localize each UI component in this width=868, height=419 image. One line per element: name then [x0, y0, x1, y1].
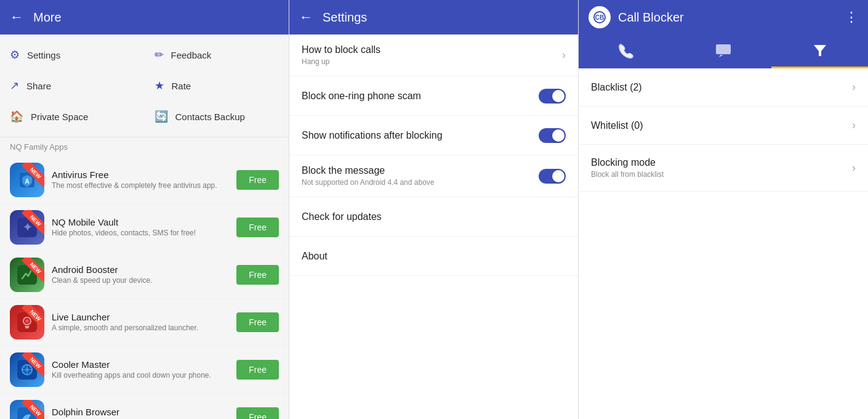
cb-item-content: Blacklist (2): [591, 82, 642, 93]
menu-contacts-backup[interactable]: 🔄 Contacts Backup: [145, 101, 289, 132]
app-desc: Clean & speed up your device.: [52, 276, 229, 286]
call-blocker-logo: CB: [589, 6, 611, 28]
settings-item-about[interactable]: About: [289, 237, 578, 276]
settings-item-content: Block one-ring phone scam: [302, 91, 539, 102]
three-dots-menu[interactable]: ⋮: [845, 9, 858, 25]
install-button[interactable]: Free: [236, 407, 279, 419]
left-title: More: [33, 10, 279, 25]
app-name: Live Launcher: [52, 312, 229, 322]
chevron-icon: ›: [852, 119, 856, 132]
menu-rate[interactable]: ★ Rate: [145, 70, 289, 101]
install-button[interactable]: Free: [236, 170, 279, 190]
app-name: Cooler Master: [52, 359, 229, 370]
svg-text:A: A: [25, 178, 29, 185]
tab-bar: [579, 35, 868, 68]
settings-item-one-ring[interactable]: Block one-ring phone scam: [289, 76, 578, 116]
settings-item-block-calls[interactable]: How to block calls Hang up ›: [289, 35, 578, 76]
settings-item-content: How to block calls Hang up: [302, 44, 562, 66]
settings-item-title: About: [302, 251, 566, 262]
list-item[interactable]: Cooler Master Kill overheating apps and …: [0, 346, 289, 394]
app-desc: The most effective & completely free ant…: [52, 181, 229, 191]
app-icon-cooler: [10, 352, 44, 387]
tab-filter[interactable]: [771, 35, 868, 67]
list-item[interactable]: ✦ NQ Mobile Vault Hide photos, videos, c…: [0, 204, 289, 251]
settings-item-sub: Not supported on Android 4.4 and above: [302, 178, 539, 187]
private-space-label: Private Space: [31, 112, 88, 122]
toggle-one-ring[interactable]: [539, 89, 566, 104]
settings-item-title: Block one-ring phone scam: [302, 91, 539, 102]
settings-item-block-message[interactable]: Block the message Not supported on Andro…: [289, 155, 578, 197]
call-blocker-title: Call Blocker: [618, 10, 837, 25]
middle-title: Settings: [323, 10, 568, 25]
list-item[interactable]: A Antivirus Free The most effective & co…: [0, 157, 289, 204]
install-button[interactable]: Free: [236, 360, 279, 380]
settings-item-sub: Hang up: [302, 57, 562, 66]
settings-item-content: Block the message Not supported on Andro…: [302, 165, 539, 187]
toggle-notifications[interactable]: [539, 128, 566, 143]
cb-item-title: Blocking mode: [591, 157, 664, 168]
app-info: NQ Mobile Vault Hide photos, videos, con…: [52, 217, 229, 238]
settings-item-check-updates[interactable]: Check for updates: [289, 197, 578, 237]
private-space-icon: 🏠: [10, 110, 23, 123]
settings-item-content: About: [302, 251, 566, 262]
cb-item-blacklist[interactable]: Blacklist (2) ›: [579, 68, 868, 107]
list-item[interactable]: Live Launcher A simple, smooth and perso…: [0, 299, 289, 346]
install-button[interactable]: Free: [236, 218, 279, 237]
settings-list: How to block calls Hang up › Block one-r…: [289, 35, 578, 419]
cb-item-title: Blacklist (2): [591, 82, 642, 93]
settings-item-title: Show notifications after blocking: [302, 130, 539, 141]
nq-section-label: NQ Family Apps: [0, 137, 289, 157]
install-button[interactable]: Free: [236, 312, 279, 332]
app-icon-antivirus: A: [10, 163, 44, 197]
back-arrow-left[interactable]: ←: [10, 9, 23, 25]
cb-item-title: Whitelist (0): [591, 120, 643, 131]
app-icon-dolphin: [10, 400, 44, 419]
list-item[interactable]: Dolphin Browser Fast & powerful web brow…: [0, 394, 289, 419]
call-blocker-list: Blacklist (2) › Whitelist (0) › Blocking…: [579, 68, 868, 419]
list-item[interactable]: Android Booster Clean & speed up your de…: [0, 251, 289, 299]
share-icon: ↗: [10, 79, 19, 92]
share-label: Share: [26, 81, 51, 91]
svg-rect-17: [716, 44, 731, 54]
app-info: Cooler Master Kill overheating apps and …: [52, 359, 229, 381]
cb-item-blocking-mode[interactable]: Blocking mode Block all from blacklist ›: [579, 145, 868, 192]
settings-item-title: How to block calls: [302, 44, 562, 55]
contacts-backup-label: Contacts Backup: [175, 112, 245, 122]
settings-item-notifications[interactable]: Show notifications after blocking: [289, 116, 578, 155]
back-arrow-middle[interactable]: ←: [299, 9, 313, 25]
settings-icon: ⚙: [10, 48, 20, 62]
settings-item-title: Block the message: [302, 165, 539, 176]
rate-label: Rate: [172, 81, 191, 91]
feedback-icon: ✏: [155, 48, 164, 62]
menu-grid: ⚙ Settings ✏ Feedback ↗ Share ★ Rate 🏠 P…: [0, 35, 289, 137]
menu-feedback[interactable]: ✏ Feedback: [145, 39, 289, 70]
menu-share[interactable]: ↗ Share: [0, 70, 145, 101]
toggle-block-message[interactable]: [539, 169, 566, 184]
right-panel: CB Call Blocker ⋮ Blacklist (2) › Whitel…: [579, 0, 868, 419]
contacts-backup-icon: 🔄: [155, 110, 168, 123]
left-panel: ← More ⚙ Settings ✏ Feedback ↗ Share ★ R…: [0, 0, 289, 419]
app-info: Antivirus Free The most effective & comp…: [52, 169, 229, 191]
app-info: Dolphin Browser Fast & powerful web brow…: [52, 407, 229, 419]
app-list: A Antivirus Free The most effective & co…: [0, 157, 289, 419]
app-name: NQ Mobile Vault: [52, 217, 229, 227]
middle-panel: ← Settings How to block calls Hang up › …: [289, 0, 579, 419]
svg-marker-18: [814, 45, 826, 56]
feedback-label: Feedback: [171, 50, 212, 60]
settings-label: Settings: [27, 50, 60, 60]
chevron-icon: ›: [562, 49, 566, 62]
app-desc: Hide photos, videos, contacts, SMS for f…: [52, 229, 229, 238]
middle-header: ← Settings: [289, 0, 578, 35]
menu-private-space[interactable]: 🏠 Private Space: [0, 101, 145, 132]
tab-messages[interactable]: [675, 35, 772, 67]
left-header: ← More: [0, 0, 289, 35]
app-info: Android Booster Clean & speed up your de…: [52, 264, 229, 286]
app-desc: Kill overheating apps and cool down your…: [52, 371, 229, 381]
app-name: Dolphin Browser: [52, 407, 229, 417]
install-button[interactable]: Free: [236, 265, 279, 285]
chevron-icon: ›: [852, 81, 856, 94]
tab-calls[interactable]: [579, 35, 675, 67]
cb-item-whitelist[interactable]: Whitelist (0) ›: [579, 107, 868, 145]
settings-item-title: Check for updates: [302, 211, 566, 222]
menu-settings[interactable]: ⚙ Settings: [0, 39, 145, 70]
